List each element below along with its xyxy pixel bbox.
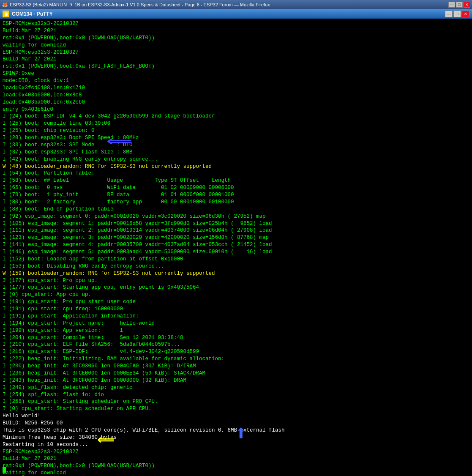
putty-window-controls[interactable]: — □ ✕	[445, 11, 469, 17]
browser-minimize-btn[interactable]: —	[448, 2, 455, 8]
browser-close-btn[interactable]: ✕	[464, 2, 470, 8]
putty-maximize-btn[interactable]: □	[453, 11, 461, 17]
blue-up-arrow-annotation: ⬆	[235, 420, 247, 449]
browser-title-text: ESP32-S3 (Beta2) MARLIN_9_1B on ESP32-S3…	[10, 2, 270, 7]
putty-window: 🖥 COM134 - PuTTY — □ ✕ ESP-ROM:esp32s3-2…	[0, 9, 472, 476]
putty-title-text: COM134 - PuTTY	[12, 11, 53, 17]
terminal-cursor	[3, 467, 6, 473]
browser-title-bar: 🦊 ESP32-S3 (Beta2) MARLIN_9_1B on ESP32-…	[0, 0, 472, 9]
yellow-left-arrow-annotation: ⟸	[97, 433, 114, 449]
putty-icon: 🖥	[3, 11, 9, 17]
blue-right-arrow-annotation: ⟸	[106, 134, 132, 150]
browser-window-controls[interactable]: — □ ✕	[448, 2, 470, 8]
browser-favicon: 🦊	[2, 2, 8, 8]
putty-title-bar: 🖥 COM134 - PuTTY — □ ✕	[0, 9, 472, 19]
putty-minimize-btn[interactable]: —	[445, 11, 453, 17]
terminal-output: ESP-ROM:esp32s3-20210327 Build:Mar 27 20…	[3, 20, 469, 476]
putty-close-btn[interactable]: ✕	[462, 11, 469, 17]
browser-maximize-btn[interactable]: □	[456, 2, 463, 8]
terminal-area[interactable]: ESP-ROM:esp32s3-20210327 Build:Mar 27 20…	[0, 19, 472, 476]
